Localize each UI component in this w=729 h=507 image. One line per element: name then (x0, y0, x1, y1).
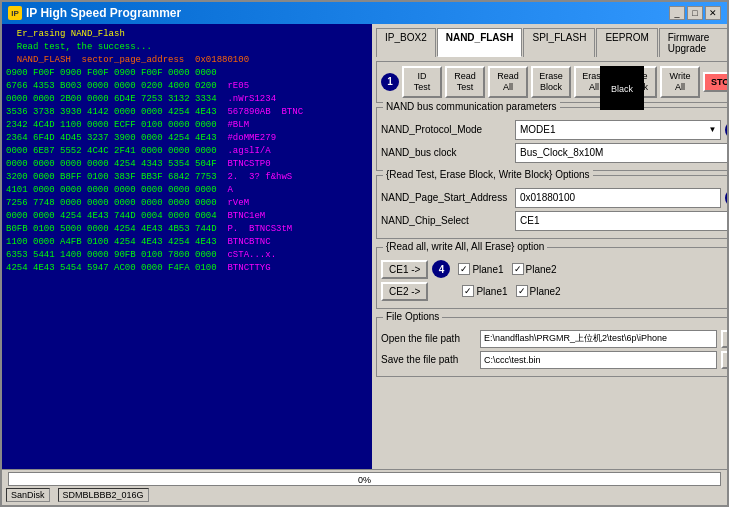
progress-bar-container: 0% (8, 472, 721, 486)
tab-ip-box2[interactable]: IP_BOX2 (376, 28, 436, 57)
terminal-line-9: 0000 6E87 5552 4C4C 2F41 0000 0000 0000 … (6, 145, 368, 158)
terminal-line-18: 4254 4E43 5454 5947 AC00 0000 F4FA 0100 … (6, 262, 368, 275)
ce1-plane2-item: ✓ Plane2 (512, 263, 557, 275)
tab-firmware-upgrade[interactable]: Firmware Upgrade (659, 28, 727, 57)
nand-bus-section: NAND bus communication parameters NAND_P… (376, 107, 727, 171)
bus-clock-label: NAND_bus clock (381, 147, 511, 158)
ce1-plane2-checkbox[interactable]: ✓ (512, 263, 524, 275)
write-all-button[interactable]: WriteAll (660, 66, 700, 98)
read-test-button[interactable]: ReadTest (445, 66, 485, 98)
ce1-button[interactable]: CE1 -> (381, 260, 428, 279)
file-options-title: File Options (383, 311, 442, 322)
terminal-line-7: 2342 4C4D 1100 0000 ECFF 0100 0000 0000 … (6, 119, 368, 132)
terminal-line-2: NAND_FLASH sector_page_address 0x0188010… (6, 54, 368, 67)
ce2-button[interactable]: CE2 -> (381, 282, 428, 301)
nand-bus-title: NAND bus communication parameters (383, 101, 560, 112)
terminal-line-6: 3536 3738 3930 4142 0000 0000 4254 4E43 … (6, 106, 368, 119)
read-all-section: {Read all, write All, All Erase} option … (376, 247, 727, 309)
chip-select-select[interactable]: CE1 ▼ (515, 211, 727, 231)
terminal-line-12: 4101 0000 0000 0000 0000 0000 0000 0000 … (6, 184, 368, 197)
ce1-row: CE1 -> 4 ✓ Plane1 ✓ Plane2 (381, 260, 727, 279)
terminal-line-13: 7256 7748 0000 0000 0000 0000 0000 0000 … (6, 197, 368, 210)
read-all-button[interactable]: ReadAll (488, 66, 528, 98)
save-file-input[interactable]: C:\ccc\test.bin (480, 351, 717, 369)
page-start-value[interactable]: 0x01880100 (515, 188, 721, 208)
save-file-row: Save the file path C:\ccc\test.bin ... (381, 351, 727, 369)
ce2-row: CE2 -> ✓ Plane1 ✓ Plane2 (381, 282, 727, 301)
terminal-line-3: 0900 F00F 0900 F00F 0900 F00F 0000 0000 (6, 67, 368, 80)
app-icon: IP (8, 6, 22, 20)
protocol-select[interactable]: MODE1 ▼ (515, 120, 721, 140)
open-file-value: E:\nandflash\PRGMR_上位机2\test\6p\iPhone (484, 332, 667, 345)
save-file-label: Save the file path (381, 354, 476, 365)
terminal-line-14: 0000 0000 4254 4E43 744D 0004 0000 0004 … (6, 210, 368, 223)
stop-button[interactable]: STOP (703, 72, 727, 92)
open-file-row: Open the file path E:\nandflash\PRGMR_上位… (381, 330, 727, 348)
ce2-plane1-checkbox[interactable]: ✓ (462, 285, 474, 297)
terminal-line-15: B0FB 0100 5000 0000 4254 4E43 4B53 744D … (6, 223, 368, 236)
terminal-line-0: Er_rasing NAND_Flash (6, 28, 368, 41)
save-file-value: C:\ccc\test.bin (484, 355, 541, 365)
black-square: Black (600, 66, 644, 110)
terminal-line-16: 1100 0000 A4FB 0100 4254 4E43 4254 4E43 … (6, 236, 368, 249)
read-all-title: {Read all, write All, All Erase} option (383, 241, 547, 252)
erase-block-button[interactable]: EraseBlock (531, 66, 571, 98)
badge-3: 3 (725, 189, 727, 207)
tab-spi-flash[interactable]: SPI_FLASH (523, 28, 595, 57)
ce1-plane1-checkbox[interactable]: ✓ (458, 263, 470, 275)
protocol-value: MODE1 (520, 124, 556, 135)
terminal-line-10: 0000 0000 0000 0000 4254 4343 5354 504F … (6, 158, 368, 171)
tab-eeprom[interactable]: EEPROM (596, 28, 657, 57)
close-button[interactable]: ✕ (705, 6, 721, 20)
terminal-line-1: Read test, the success... (6, 41, 368, 54)
minimize-button[interactable]: _ (669, 6, 685, 20)
protocol-row: NAND_Protocol_Mode MODE1 ▼ 2 (381, 120, 727, 140)
terminal-line-8: 2364 6F4D 4D45 3237 3900 0000 4254 4E43 … (6, 132, 368, 145)
terminal-line-5: 0000 0000 2B00 0000 6D4E 7253 3132 3334 … (6, 93, 368, 106)
chip-select-row: NAND_Chip_Select CE1 ▼ (381, 211, 727, 231)
bus-clock-value: Bus_Clock_8x10M (520, 147, 603, 158)
terminal-line-4: 6766 4353 B003 0000 0000 0200 4000 0200 … (6, 80, 368, 93)
status-bar: SanDisk SDMBLBBB2_016G (6, 488, 723, 502)
badge-4: 4 (432, 260, 450, 278)
tab-bar: IP_BOX2 NAND_FLASH SPI_FLASH EEPROM Firm… (376, 28, 727, 57)
ce1-plane1-item: ✓ Plane1 (458, 263, 503, 275)
title-controls: _ □ ✕ (669, 6, 721, 20)
ce2-checkbox-group: ✓ Plane1 ✓ Plane2 (462, 285, 560, 297)
bottom-bar: 0% SanDisk SDMBLBBB2_016G (2, 469, 727, 505)
bus-clock-select[interactable]: Bus_Clock_8x10M ▼ (515, 143, 727, 163)
ce1-plane2-label: Plane2 (526, 264, 557, 275)
vendor-status: SanDisk (6, 488, 50, 502)
read-test-section: {Read Test, Erase Block, Write Block} Op… (376, 175, 727, 239)
tab-nand-flash[interactable]: NAND_FLASH (437, 28, 523, 57)
ce2-plane1-label: Plane1 (476, 286, 507, 297)
id-test-button[interactable]: IDTest (402, 66, 442, 98)
right-panel: IP_BOX2 NAND_FLASH SPI_FLASH EEPROM Firm… (372, 24, 727, 469)
ce2-plane2-checkbox[interactable]: ✓ (516, 285, 528, 297)
title-bar: IP IP High Speed Programmer _ □ ✕ (2, 2, 727, 24)
open-file-label: Open the file path (381, 333, 476, 344)
protocol-arrow-icon: ▼ (708, 125, 716, 134)
open-file-browse-button[interactable]: ... (721, 330, 727, 348)
save-file-browse-button[interactable]: ... (721, 351, 727, 369)
window-title: IP High Speed Programmer (26, 6, 181, 20)
badge-1: 1 (381, 73, 399, 91)
progress-text: 0% (358, 473, 371, 487)
chip-select-value: CE1 (520, 215, 539, 226)
title-bar-left: IP IP High Speed Programmer (8, 6, 181, 20)
terminal-line-17: 6353 5441 1400 0000 90FB 0100 7800 0000 … (6, 249, 368, 262)
open-file-input[interactable]: E:\nandflash\PRGMR_上位机2\test\6p\iPhone (480, 330, 717, 348)
chip-select-label: NAND_Chip_Select (381, 215, 511, 226)
protocol-label: NAND_Protocol_Mode (381, 124, 511, 135)
file-options-section: File Options Open the file path E:\nandf… (376, 317, 727, 377)
black-label: Black (611, 84, 633, 94)
maximize-button[interactable]: □ (687, 6, 703, 20)
model-status: SDMBLBBB2_016G (58, 488, 149, 502)
ce1-checkbox-group: ✓ Plane1 ✓ Plane2 (458, 263, 556, 275)
bus-clock-row: NAND_bus clock Bus_Clock_8x10M ▼ (381, 143, 727, 163)
badge-2: 2 (725, 121, 727, 139)
ce2-plane1-item: ✓ Plane1 (462, 285, 507, 297)
terminal-line-11: 3200 0000 B8FF 0100 383F BB3F 6842 7753 … (6, 171, 368, 184)
page-start-row: NAND_Page_Start_Address 0x01880100 3 (381, 188, 727, 208)
ce2-plane2-item: ✓ Plane2 (516, 285, 561, 297)
